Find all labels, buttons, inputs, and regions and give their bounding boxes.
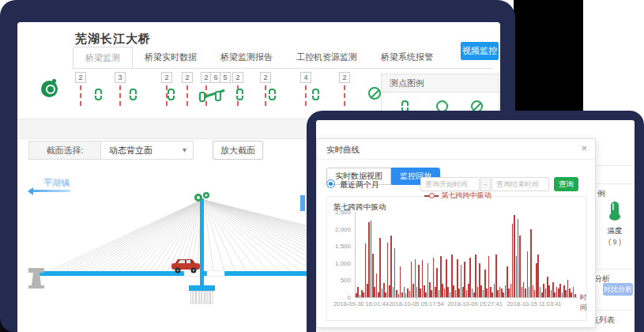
legend-panel-title: 测点图例: [382, 74, 499, 92]
temperature-sensor-block[interactable]: 温度 ( 9 ): [595, 202, 635, 246]
y-tick-label: 1,000: [335, 259, 351, 266]
temperature-count: ( 9 ): [595, 238, 635, 246]
x-tick-label: 2018-10-05 05:17:54: [389, 300, 444, 307]
desktop-black-region: [514, 0, 583, 119]
chart-bar: [574, 294, 576, 297]
dialog-title: 实时曲线: [326, 145, 360, 156]
bridge-pylon: [200, 198, 204, 287]
sensor-dashline: [344, 85, 345, 106]
temperature-label: 温度: [595, 226, 635, 236]
modal-window-content: 例 温度 ( 9 ) 振动对比分析 对比分析 振动测点列表 实时曲线 × 实时数…: [316, 120, 635, 332]
thermometer-icon: [611, 202, 619, 217]
chain-link-sensor-icon[interactable]: [269, 89, 276, 100]
section-select-label: 截面选择:: [28, 141, 101, 160]
sensor-count-badge: 4: [300, 72, 311, 83]
recent-two-months-radio[interactable]: [326, 179, 335, 188]
modal-window-frame: 例 温度 ( 9 ) 振动对比分析 对比分析 振动测点列表 实时曲线 × 实时数…: [307, 111, 644, 332]
chain-link-sensor-icon[interactable]: [236, 89, 243, 100]
sensor-count-badge: 2: [161, 72, 172, 83]
y-tick-label: 1,500: [335, 243, 351, 250]
main-tab-0[interactable]: 桥梁监测: [73, 47, 133, 68]
sensor-count-badge: 2: [232, 72, 243, 83]
realtime-curve-dialog: 实时曲线 × 实时数据视图监控回放 最近两个月 - 查询 第七跨跨中振动 第七跨…: [316, 138, 596, 328]
town-label: 平湖镇: [43, 177, 70, 189]
chain-link-sensor-icon[interactable]: [168, 89, 175, 100]
scrollbar-thumb[interactable]: [300, 195, 305, 211]
dialog-header: 实时曲线 ×: [317, 139, 595, 160]
y-tick-label: 500: [341, 277, 351, 284]
compare-analysis-button[interactable]: 对比分析: [603, 283, 633, 296]
main-tab-1[interactable]: 桥梁实时数据: [133, 47, 209, 68]
chart-bars: [356, 212, 578, 297]
close-icon[interactable]: ×: [581, 142, 587, 154]
x-tick-label: 2018-09-30 16:01:44: [333, 300, 389, 307]
sensor-dashline: [119, 85, 121, 106]
sensor-dashline: [80, 85, 81, 106]
legend-label: 第七跨跨中振动: [442, 191, 491, 199]
chain-link-sensor-icon[interactable]: [95, 89, 102, 100]
chart-legend: 第七跨跨中振动: [327, 191, 588, 201]
sensor-count-badge: 2: [75, 72, 86, 83]
no-entry-icon[interactable]: [368, 87, 381, 100]
sensor-dashline: [305, 85, 307, 106]
x-axis-title: 时间: [580, 292, 587, 313]
sensor-count-badge: 2: [260, 72, 271, 83]
main-tab-2[interactable]: 桥梁监测报告: [209, 47, 284, 68]
bearing-sensor-icon[interactable]: [198, 87, 225, 103]
x-axis-line: [355, 297, 578, 298]
radio-label: 最近两个月: [340, 179, 379, 191]
sensor-count-badge: 5: [220, 72, 231, 83]
chevron-down-icon: ▾: [183, 141, 186, 159]
section-select-value: 动态背立面: [109, 145, 153, 155]
video-monitor-button[interactable]: 视频监控: [461, 42, 499, 60]
chain-link-sensor-icon[interactable]: [312, 89, 319, 100]
date-range-separator: -: [480, 177, 491, 191]
y-tick-label: 2,500: [335, 209, 351, 216]
left-abutment: [28, 268, 44, 289]
vibration-chart: 第七跨跨中振动 第七跨跨中振动 2,5002,0001,5001,0005000…: [326, 196, 587, 321]
query-start-time-input[interactable]: [420, 177, 480, 191]
x-tick-label: 2018-10-15 11:03:41: [507, 300, 561, 307]
query-button[interactable]: 查询: [554, 177, 578, 191]
screenshot-stage: 芜湖长江大桥 桥梁监测桥梁实时数据桥梁监测报告工控机资源监测桥梁系统报警 视频监…: [0, 0, 644, 332]
main-tab-4[interactable]: 桥梁系统报警: [369, 47, 445, 68]
zoom-section-button[interactable]: 放大截面: [213, 141, 263, 160]
section-select-dropdown[interactable]: 动态背立面 ▾: [100, 141, 194, 160]
sensor-count-badge: 2: [339, 72, 350, 83]
pylon-piles: [191, 291, 213, 304]
x-tick-label: 2018-10-09 15:27:41: [447, 300, 503, 307]
sensor-count-badge: 2: [182, 72, 193, 83]
chain-link-sensor-icon[interactable]: [130, 89, 137, 100]
main-tab-3[interactable]: 工控机资源监测: [284, 47, 369, 68]
legend-marker-icon: [424, 195, 439, 197]
main-tab-bar: 桥梁监测桥梁实时数据桥梁监测报告工控机资源监测桥梁系统报警: [73, 47, 492, 69]
query-end-time-input[interactable]: [491, 177, 549, 191]
y-tick-label: 2,000: [335, 225, 351, 232]
underlay-legend-header: 例: [597, 188, 605, 199]
sensor-count-badge: 3: [115, 72, 126, 83]
wind-sensor-icon[interactable]: [41, 81, 58, 97]
page-title: 芜湖长江大桥: [75, 32, 151, 47]
sensor-dashline: [265, 85, 266, 106]
pylon-crossbeam: [189, 285, 215, 291]
sensor-dashline: [186, 85, 188, 106]
